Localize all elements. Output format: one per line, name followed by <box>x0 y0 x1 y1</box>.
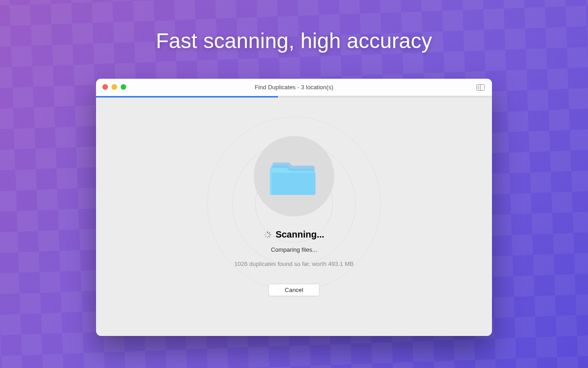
svg-line-8 <box>268 236 269 237</box>
svg-line-6 <box>268 233 269 233</box>
marketing-headline: Fast scanning, high accuracy <box>0 28 588 53</box>
folder-stack-icon <box>269 152 319 200</box>
close-icon[interactable] <box>102 84 108 90</box>
svg-line-12 <box>265 233 266 233</box>
status-row: Scanning... <box>264 229 325 240</box>
window-title: Find Duplicates - 3 location(s) <box>255 84 333 91</box>
view-mode-icon[interactable] <box>476 84 485 91</box>
minimize-icon[interactable] <box>112 84 117 90</box>
status-subtitle: Comparing files... <box>271 246 317 253</box>
svg-line-10 <box>265 236 266 237</box>
status-title: Scanning... <box>276 229 325 240</box>
titlebar: Find Duplicates - 3 location(s) <box>96 79 492 96</box>
app-window: Find Duplicates - 3 location(s) <box>96 79 492 336</box>
spinner-icon <box>264 231 271 238</box>
window-content: Scanning... Comparing files... 1026 dupl… <box>96 97 492 336</box>
cancel-button[interactable]: Cancel <box>268 284 320 296</box>
status-detail: 1026 duplicates found so far, worth 493.… <box>235 260 354 267</box>
scan-illustration <box>254 136 334 216</box>
zoom-icon[interactable] <box>121 84 126 90</box>
traffic-lights <box>102 84 126 90</box>
